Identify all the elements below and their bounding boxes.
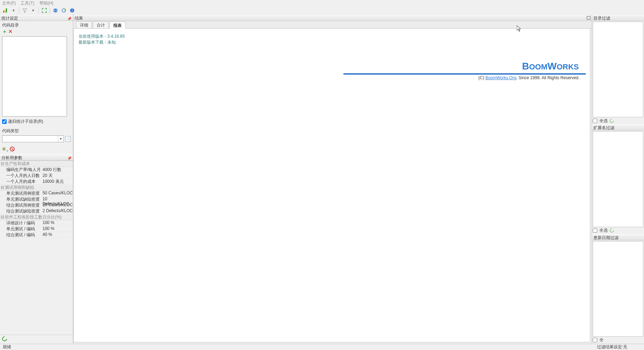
tab-detail[interactable]: 详细 <box>76 21 92 28</box>
toolbar: ▼ ▼ i <box>0 6 644 15</box>
logo-rule <box>343 73 586 75</box>
current-version-line: 当前使用版本 - 3.4.16.85 <box>78 33 586 39</box>
results-tabs: 详细 合计 报表 <box>73 21 592 29</box>
toolbar-dropdown-icon[interactable]: ▼ <box>10 7 17 14</box>
param-group-title: 生产性和成本 <box>5 161 30 167</box>
add-dir-icon[interactable]: ＋ <box>2 29 7 35</box>
panel-title-date-filter: 更新日期过滤 <box>592 234 644 240</box>
toolbar-funnel-icon[interactable] <box>21 7 29 14</box>
code-dir-listbox[interactable] <box>2 36 67 117</box>
status-bar: 就绪 过滤结果设定:无 <box>0 344 644 350</box>
param-value: 4000 行数 <box>41 167 73 172</box>
param-key: 结合测试缺陷密度 <box>0 208 41 214</box>
refresh-params-icon[interactable] <box>1 335 8 342</box>
param-row[interactable]: 单元测试缺陷密度10 Defects/KLOC <box>0 196 73 202</box>
stat-settings-label: 统计设定 <box>1 16 18 21</box>
param-row[interactable]: 编码生产率/每人月4000 行数 <box>0 167 73 173</box>
code-type-label: 代码类型 <box>2 128 71 134</box>
tab-total[interactable]: 合计 <box>93 21 109 28</box>
ext-filter-select-all-checkbox[interactable] <box>593 228 597 233</box>
collapse-icon[interactable]: ⊟ <box>0 161 5 166</box>
menu-tools[interactable]: 工具(T) <box>21 0 34 6</box>
param-row[interactable]: 一个人月的成本10000 美元 <box>0 179 73 185</box>
analysis-params-table: ⊟生产性和成本编码生产率/每人月4000 行数一个人月的人日数20 天一个人月的… <box>0 161 73 238</box>
svg-marker-3 <box>23 9 27 13</box>
param-key: 详细设计 / 编码 <box>0 220 41 226</box>
param-value: 100 % <box>41 220 73 226</box>
param-key: 单元测试用例密度 <box>0 191 41 196</box>
dir-filter-refresh-icon[interactable] <box>609 118 615 124</box>
param-key: 单元测试 / 编码 <box>0 226 41 232</box>
dir-filter-listbox[interactable] <box>593 22 643 117</box>
pin-icon[interactable]: 📌 <box>67 16 71 22</box>
param-group-header[interactable]: ⊟生产性和成本 <box>0 161 73 167</box>
remove-dir-icon[interactable]: ✕ <box>8 29 13 35</box>
svg-rect-1 <box>5 9 6 13</box>
param-group-header[interactable]: ⊟测试用例和缺陷 <box>0 185 73 191</box>
forbid-icon[interactable] <box>10 147 15 151</box>
param-row[interactable]: 详细设计 / 编码100 % <box>0 220 73 226</box>
recursive-checkbox[interactable] <box>2 119 7 124</box>
pin-icon[interactable]: 📌 <box>67 155 71 162</box>
param-value: 20 Cases/KLOC <box>41 202 73 208</box>
param-value: 50 Cases/KLOC <box>41 191 73 196</box>
status-filter: 过滤结果设定:无 <box>597 344 627 350</box>
param-value: 40 % <box>41 232 73 238</box>
panel-title-results: 结果 <box>73 15 592 21</box>
status-ready: 就绪 <box>3 344 11 350</box>
param-value: 10 Defects/KLOC <box>41 196 73 202</box>
param-key: 编码生产率/每人月 <box>0 167 41 172</box>
toolbar-globe-icon[interactable] <box>52 7 59 14</box>
dir-filter-select-all-checkbox[interactable] <box>593 119 597 123</box>
ext-filter-refresh-icon[interactable] <box>609 228 615 233</box>
toolbar-expand-icon[interactable] <box>40 7 48 14</box>
copyright-line: (C) BoomWorks.Org, Since 1999. All Right… <box>78 75 579 80</box>
param-key: 结合测试 / 编码 <box>0 232 41 238</box>
ext-filter-listbox[interactable] <box>593 131 643 227</box>
code-type-combo[interactable]: ▼ <box>2 135 64 142</box>
param-key: 一个人月的人日数 <box>0 173 41 178</box>
param-row[interactable]: 单元测试 / 编码100 % <box>0 226 73 232</box>
param-row[interactable]: 一个人月的人日数20 天 <box>0 173 73 179</box>
param-row[interactable]: 结合测试缺陷密度2 Defects/KLOC <box>0 208 73 214</box>
recursive-checkbox-row[interactable]: 递归统计子目录(R) <box>2 119 71 125</box>
dir-filter-select-all-label: 全选 <box>599 118 608 124</box>
collapse-icon[interactable]: ⊟ <box>0 215 5 219</box>
ext-filter-select-all-label: 全选 <box>599 228 608 233</box>
param-key: 一个人月的成本 <box>0 179 41 184</box>
toolbar-dropdown2-icon[interactable]: ▼ <box>29 7 37 14</box>
panel-title-ext-filter: 扩展名过滤 <box>592 124 644 131</box>
code-dir-label: 代码目录 <box>2 22 71 28</box>
maximize-icon[interactable] <box>587 16 590 20</box>
collapse-icon[interactable]: ⊟ <box>0 185 5 190</box>
param-row[interactable]: 结合测试 / 编码40 % <box>0 232 73 238</box>
boomworks-link[interactable]: BoomWorks.Org <box>485 75 516 80</box>
svg-marker-8 <box>65 10 66 11</box>
chevron-down-icon: ▼ <box>58 136 63 142</box>
param-group-header[interactable]: ⊟软件工程各阶段工数百分比(%) <box>0 214 73 220</box>
param-row[interactable]: 单元测试用例密度50 Cases/KLOC <box>0 191 73 196</box>
doc-icon[interactable]: 📄 <box>65 136 71 142</box>
param-value: 2 Defects/KLOC <box>41 208 73 214</box>
toolbar-refresh-globe-icon[interactable] <box>60 7 68 14</box>
param-key: 结合测试用例密度 <box>0 202 41 208</box>
param-row[interactable]: 结合测试用例密度20 Cases/KLOC <box>0 202 73 208</box>
toolbar-chart-icon[interactable] <box>1 7 9 14</box>
panel-title-stat-settings: 统计设定 📌 <box>0 15 73 21</box>
param-group-title: 测试用例和缺陷 <box>5 185 34 191</box>
add-type-icon[interactable]: ⚙+ <box>2 147 8 152</box>
param-group-title: 软件工程各阶段工数百分比(%) <box>5 214 62 220</box>
toolbar-info-icon[interactable]: i <box>68 7 76 14</box>
menu-file[interactable]: 文件(F) <box>2 0 16 6</box>
dir-filter-label: 目录过滤 <box>593 16 610 21</box>
svg-rect-0 <box>3 11 4 13</box>
menu-help[interactable]: 帮助(H) <box>39 0 54 6</box>
param-key: 单元测试缺陷密度 <box>0 196 41 202</box>
date-filter-select-all-label: 全 <box>599 337 604 343</box>
panel-title-dir-filter: 目录过滤 <box>592 15 644 21</box>
recursive-label: 递归统计子目录(R) <box>8 119 43 125</box>
param-value: 20 天 <box>41 173 73 178</box>
tab-report[interactable]: 报表 <box>109 22 126 29</box>
date-filter-select-all-checkbox[interactable] <box>593 338 597 342</box>
date-filter-listbox[interactable] <box>593 241 643 337</box>
